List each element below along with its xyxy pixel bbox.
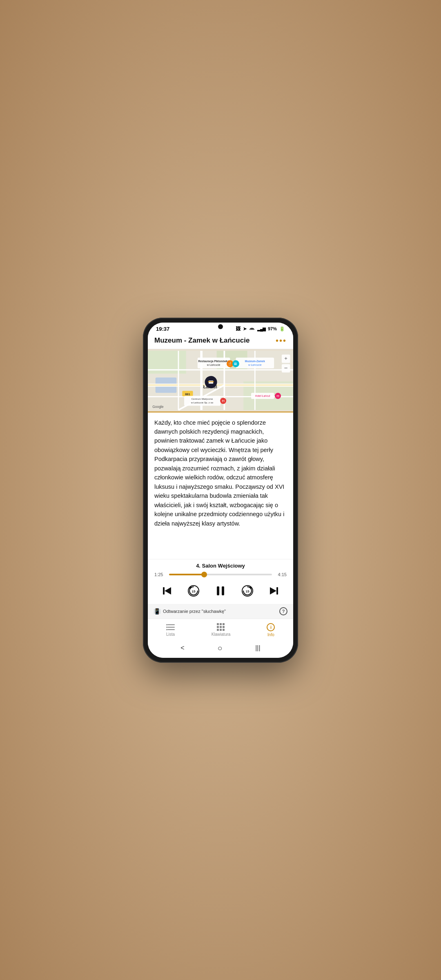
- battery-icon: 🔋: [279, 326, 285, 332]
- progress-fill: [169, 574, 204, 575]
- progress-row: 1:25 4:15: [154, 572, 287, 577]
- progress-bar[interactable]: [169, 574, 272, 575]
- svg-text:+: +: [284, 355, 287, 361]
- track-title: 4. Salon Wejściowy: [154, 563, 287, 569]
- total-time: 4:15: [275, 572, 287, 577]
- svg-point-60: [166, 626, 167, 628]
- device-name: Odtwarzanie przez "słuchawkę": [163, 609, 226, 614]
- info-icon: i: [267, 623, 275, 631]
- app-title: Muzeum - Zamek w Łańcucie: [154, 336, 249, 345]
- nav-label-lista: Lista: [166, 632, 175, 637]
- svg-rect-50: [222, 586, 224, 595]
- gallery-icon: 🖼: [236, 326, 241, 332]
- svg-text:−: −: [284, 364, 288, 371]
- svg-rect-17: [198, 357, 230, 368]
- bottom-nav: Lista Klawiatura i Info: [148, 619, 293, 640]
- phone-frame: 19:37 🖼 ➤ ▂▄▆ 97% 🔋 Muzeum - Zamek w Łań…: [143, 318, 298, 663]
- vibration-icon: 📳: [154, 608, 160, 615]
- svg-text:🏛: 🏛: [234, 362, 237, 366]
- svg-text:Restauracja Piktonówka: Restauracja Piktonówka: [198, 360, 229, 363]
- svg-text:15: 15: [246, 590, 249, 593]
- pause-button[interactable]: [212, 583, 229, 599]
- forward-15-button[interactable]: 15: [239, 583, 256, 599]
- keyboard-icon: [217, 623, 225, 631]
- svg-text:Google: Google: [152, 405, 163, 409]
- playback-device-bar: 📳 Odtwarzanie przez "słuchawkę" ?: [148, 604, 293, 619]
- player-section: 4. Salon Wejściowy 1:25 4:15: [148, 559, 293, 604]
- svg-text:H: H: [276, 394, 279, 398]
- nav-item-info[interactable]: i Info: [260, 622, 281, 638]
- svg-text:Muzeum-Zamek: Muzeum-Zamek: [245, 360, 265, 363]
- svg-text:w Łańcucie Sp. z oo: w Łańcucie Sp. z oo: [191, 401, 214, 404]
- svg-text:881: 881: [185, 392, 190, 396]
- nav-item-klawiatura[interactable]: Klawiatura: [205, 622, 237, 637]
- signal-bars: ▂▄▆: [257, 327, 265, 331]
- svg-point-59: [166, 624, 167, 625]
- svg-text:15: 15: [192, 590, 195, 593]
- rewind-15-button[interactable]: 15: [185, 583, 202, 599]
- current-time: 1:25: [154, 572, 166, 577]
- help-button[interactable]: ?: [279, 607, 287, 615]
- nav-item-lista[interactable]: Lista: [160, 623, 182, 637]
- svg-marker-55: [270, 587, 276, 595]
- nav-label-klawiatura: Klawiatura: [212, 632, 231, 637]
- app-header: Muzeum - Zamek w Łańcucie •••: [148, 334, 293, 349]
- list-icon: [166, 624, 175, 631]
- map-view[interactable]: 881 Łańcut Restauracja Piktonówka w Łańc…: [148, 349, 293, 412]
- svg-rect-28: [209, 380, 213, 383]
- previous-button[interactable]: [160, 584, 174, 598]
- svg-rect-29: [208, 381, 214, 382]
- status-icons: 🖼 ➤ ▂▄▆ 97% 🔋: [236, 326, 285, 332]
- playback-device-info: 📳 Odtwarzanie przez "słuchawkę": [154, 608, 226, 615]
- description-area: Każdy, kto chce mieć pojęcie o splendorz…: [148, 412, 293, 559]
- next-button[interactable]: [267, 584, 281, 598]
- status-time: 19:37: [156, 326, 169, 332]
- svg-marker-45: [165, 587, 171, 595]
- svg-rect-54: [276, 587, 278, 595]
- battery: 97%: [268, 326, 277, 331]
- progress-thumb[interactable]: [201, 572, 207, 577]
- home-button[interactable]: ○: [217, 644, 222, 653]
- map-container[interactable]: 881 Łańcut Restauracja Piktonówka w Łańc…: [148, 349, 293, 412]
- nav-label-info: Info: [267, 633, 274, 637]
- svg-text:Centrum Medyczne: Centrum Medyczne: [192, 397, 213, 400]
- recent-button[interactable]: |||: [255, 644, 260, 652]
- more-button[interactable]: •••: [276, 336, 287, 345]
- svg-text:🍴: 🍴: [227, 361, 232, 366]
- wifi-icon: [249, 327, 255, 331]
- camera-notch: [218, 324, 223, 329]
- svg-text:w Łańcucie: w Łańcucie: [207, 363, 220, 366]
- phone-screen: 19:37 🖼 ➤ ▂▄▆ 97% 🔋 Muzeum - Zamek w Łań…: [148, 323, 293, 658]
- svg-text:H: H: [222, 399, 225, 403]
- svg-text:Hotel Łańcut: Hotel Łańcut: [255, 394, 270, 397]
- navigation-icon: ➤: [243, 326, 247, 332]
- playback-controls: 15 15: [154, 581, 287, 602]
- svg-text:w Łańcucie: w Łańcucie: [248, 363, 262, 366]
- svg-rect-49: [217, 586, 219, 595]
- description-text: Każdy, kto chce mieć pojęcie o splendorz…: [154, 418, 287, 528]
- back-button[interactable]: <: [180, 644, 184, 652]
- svg-rect-22: [236, 357, 274, 368]
- svg-rect-44: [163, 587, 165, 595]
- system-nav-bar: < ○ |||: [148, 640, 293, 658]
- svg-point-61: [166, 629, 167, 630]
